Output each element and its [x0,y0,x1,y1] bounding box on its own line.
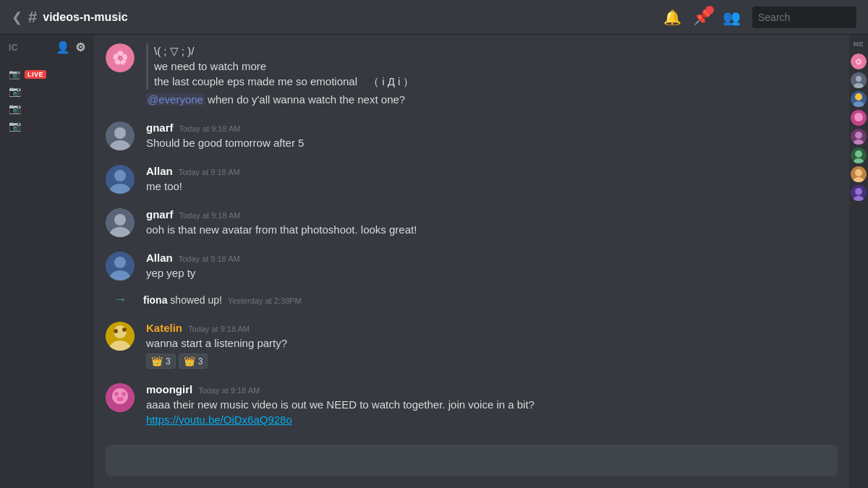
member-avatar[interactable] [851,129,867,145]
add-user-icon[interactable]: 👤 [56,40,71,54]
sidebar-icons: 👤 ⚙ [56,40,85,54]
svg-point-40 [855,188,862,195]
line-2: we need to watch more [154,59,838,74]
members-icon[interactable]: 👥 [723,9,741,26]
mention-everyone: @everyone [146,93,205,106]
timestamp: Today at 9:18 AM [179,254,240,263]
timestamp: Today at 9:18 AM [198,386,260,395]
reaction-count: 3 [166,356,171,367]
member-avatar[interactable] [851,91,867,107]
username: gnarf [146,121,174,134]
username: Allan [146,252,173,264]
search-input[interactable] [752,7,856,28]
message-header: moongirl Today at 9:18 AM [146,383,838,395]
live-badge: LIVE [25,70,46,79]
messages-list: 🌸 \( ; ▽ ; )/ we need to watch more the … [94,35,849,445]
input-bar [94,445,849,488]
message-text: aaaa their new music video is out we NEE… [146,397,838,412]
member-avatar[interactable] [851,110,867,126]
hash-icon: # [28,8,37,27]
chevron-icon[interactable]: ❮ [12,9,22,25]
svg-point-34 [855,150,862,158]
message-group-continuation: 🌸 \( ; ▽ ; )/ we need to watch more the … [106,40,838,107]
message-header: gnarf Today at 9:18 AM [146,208,838,221]
main: ic 👤 ⚙ 📷 LIVE 📷 📷 📷 [0,35,868,488]
message-group-katelin: Katelin Today at 9:18 AM wanna start a l… [106,319,838,369]
reaction-crown-2[interactable]: 👑 3 [179,354,208,369]
svg-point-4 [114,170,126,181]
message-text: wanna start a listening party? [146,335,838,351]
svg-point-15 [114,329,118,333]
username: Allan [146,165,173,177]
avatar [106,208,135,237]
voice-channel-live[interactable]: 📷 LIVE [0,66,94,82]
username: Katelin [146,322,182,334]
member-avatar[interactable] [851,166,867,182]
message-content: \( ; ▽ ; )/ we need to watch more the la… [146,43,838,107]
message-text: me too! [146,179,838,194]
mention-line: @everyone when do y'all wanna watch the … [146,92,838,107]
message-text: Should be good tomorrow after 5 [146,135,838,150]
voice-channel-2[interactable]: 📷 [0,100,94,117]
member-avatar[interactable] [851,185,867,201]
system-username: fiona [143,294,167,306]
voice-channel-1[interactable]: 📷 [0,82,94,100]
settings-icon[interactable]: ⚙ [75,40,86,54]
member-avatar[interactable] [851,72,867,88]
reaction-emoji: 👑 [184,356,195,367]
notification-icon[interactable]: 🔔 [663,9,681,26]
members-label: ME [854,40,864,48]
avatar [106,121,135,150]
svg-point-10 [114,257,126,268]
svg-point-16 [122,328,127,332]
camera-icon: 📷 [9,69,20,80]
svg-point-37 [855,169,862,176]
message-input-box[interactable] [106,445,838,476]
timestamp: Today at 9:18 AM [188,325,250,333]
quote-lines: \( ; ▽ ; )/ we need to watch more the la… [146,43,838,89]
avatar [106,165,135,194]
line-3: the last couple eps made me so emotional… [154,74,838,89]
svg-point-29 [854,113,863,121]
pin-icon[interactable]: 📌 [693,9,711,26]
message-text: yep yep ty [146,265,838,281]
reactions: 👑 3 👑 3 [146,354,838,369]
camera-icon: 📷 [9,103,21,114]
message-header: Allan Today at 9:18 AM [146,252,838,264]
username: gnarf [146,208,174,221]
message-group-gnarf-2: gnarf Today at 9:18 AM ooh is that new a… [106,205,838,237]
voice-channel-3[interactable]: 📷 [0,117,94,134]
camera-icon: 📷 [9,120,21,132]
avatar-img [106,252,135,281]
message-text: ooh is that new avatar from that photosh… [146,222,838,237]
timestamp: Today at 9:18 AM [179,211,241,220]
message-group-allan-1: Allan Today at 9:18 AM me too! [106,162,838,194]
line-1: \( ; ▽ ; )/ [154,43,838,59]
member-avatar[interactable] [851,147,867,163]
avatar-img [106,121,135,150]
member-avatar[interactable]: 🌸 [851,53,867,69]
notification-badge [705,6,714,14]
svg-point-19 [114,392,119,396]
youtube-link[interactable]: https://youtu.be/OiDx6aQ928o [146,414,292,426]
avatar [106,322,135,351]
system-timestamp: Yesterday at 2:38PM [228,296,302,305]
header: ❮ # videos-n-music 🔔 📌 👥 [0,0,868,35]
message-group-gnarf-1: gnarf Today at 9:18 AM Should be good to… [106,119,838,150]
avatar-img [106,322,135,351]
system-arrow-icon: → [106,292,135,307]
svg-point-21 [116,397,124,401]
message-group-moongirl: moongirl Today at 9:18 AM aaaa their new… [106,380,838,427]
svg-point-18 [112,388,128,404]
camera-icon: 📷 [9,85,21,97]
message-content: gnarf Today at 9:18 AM ooh is that new a… [146,208,838,237]
reaction-crown-1[interactable]: 👑 3 [146,354,176,369]
reaction-count: 3 [198,356,203,367]
timestamp: Today at 9:18 AM [179,124,241,133]
avatar-img [106,208,135,237]
message-link: https://youtu.be/OiDx6aQ928o [146,412,838,427]
svg-point-26 [855,93,862,100]
members-sidebar: ME 🌸 [849,35,868,488]
chat-area: 🌸 \( ; ▽ ; )/ we need to watch more the … [94,35,849,488]
system-action: showed up! [170,294,222,306]
